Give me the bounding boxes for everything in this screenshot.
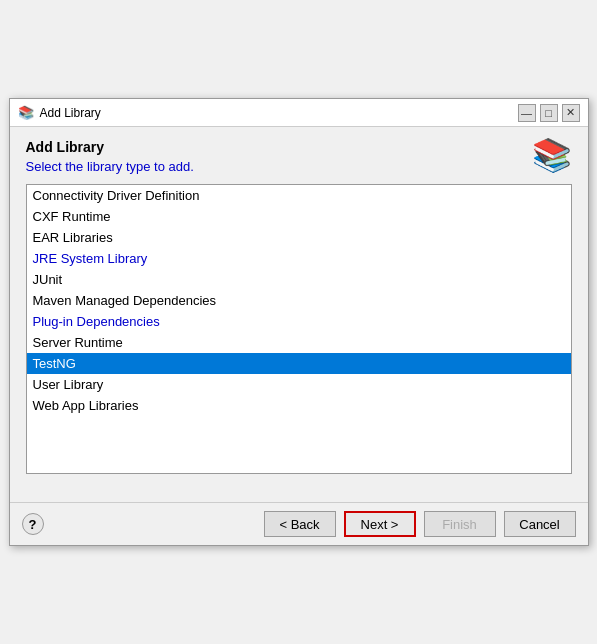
window-icon: 📚 — [18, 105, 34, 121]
window-title: Add Library — [40, 106, 101, 120]
list-item[interactable]: JRE System Library — [27, 248, 571, 269]
help-area: ? — [22, 513, 44, 535]
title-bar-controls: — □ ✕ — [518, 104, 580, 122]
finish-button[interactable]: Finish — [424, 511, 496, 537]
navigation-buttons: < Back Next > Finish Cancel — [264, 511, 576, 537]
header-text: Add Library Select the library type to a… — [26, 139, 194, 174]
back-button[interactable]: < Back — [264, 511, 336, 537]
list-item[interactable]: Plug-in Dependencies — [27, 311, 571, 332]
list-item[interactable]: TestNG — [27, 353, 571, 374]
list-item[interactable]: Server Runtime — [27, 332, 571, 353]
library-list[interactable]: Connectivity Driver DefinitionCXF Runtim… — [26, 184, 572, 474]
bottom-bar: ? < Back Next > Finish Cancel — [10, 502, 588, 545]
content-area: Add Library Select the library type to a… — [10, 127, 588, 494]
list-item[interactable]: Web App Libraries — [27, 395, 571, 416]
list-item[interactable]: CXF Runtime — [27, 206, 571, 227]
maximize-button[interactable]: □ — [540, 104, 558, 122]
minimize-button[interactable]: — — [518, 104, 536, 122]
cancel-button[interactable]: Cancel — [504, 511, 576, 537]
divider — [10, 494, 588, 502]
list-item[interactable]: Connectivity Driver Definition — [27, 185, 571, 206]
close-button[interactable]: ✕ — [562, 104, 580, 122]
page-subtitle: Select the library type to add. — [26, 159, 194, 174]
title-bar-left: 📚 Add Library — [18, 105, 101, 121]
help-button[interactable]: ? — [22, 513, 44, 535]
title-bar: 📚 Add Library — □ ✕ — [10, 99, 588, 127]
list-item[interactable]: Maven Managed Dependencies — [27, 290, 571, 311]
header-section: Add Library Select the library type to a… — [26, 139, 572, 174]
list-item[interactable]: User Library — [27, 374, 571, 395]
page-title: Add Library — [26, 139, 194, 155]
list-item[interactable]: JUnit — [27, 269, 571, 290]
library-icon: 📚 — [532, 139, 572, 171]
next-button[interactable]: Next > — [344, 511, 416, 537]
add-library-window: 📚 Add Library — □ ✕ Add Library Select t… — [9, 98, 589, 546]
list-item[interactable]: EAR Libraries — [27, 227, 571, 248]
